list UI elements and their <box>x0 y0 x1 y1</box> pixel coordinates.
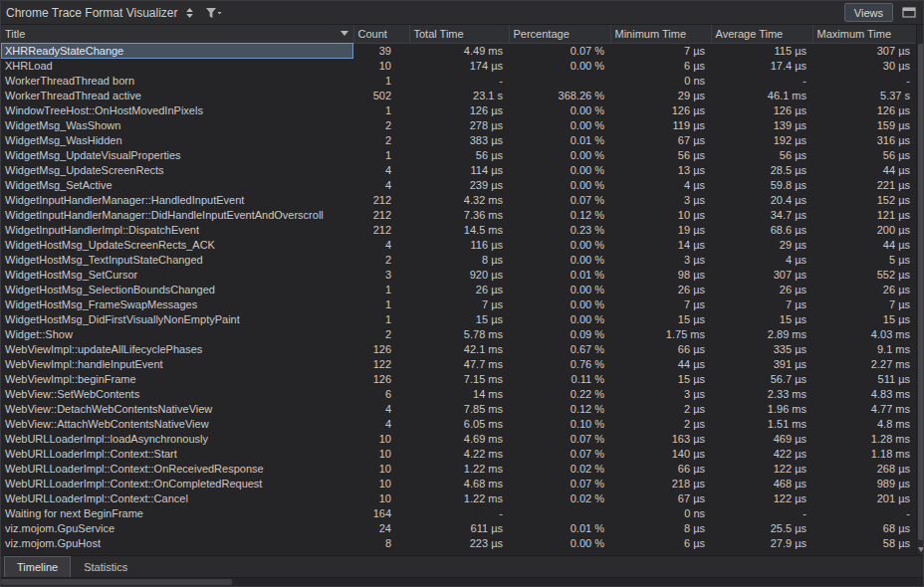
cell-average-time: 139 µs <box>711 118 812 133</box>
table-row[interactable]: XHRReadyStateChange394.49 ms0.07 %7 µs11… <box>1 43 916 59</box>
cell-average-time: 29 µs <box>711 238 812 253</box>
table-row[interactable]: WidgetHostMsg_FrameSwapMessages17 µs0.00… <box>1 297 916 312</box>
cell-minimum-time: 56 µs <box>610 148 711 163</box>
table-row[interactable]: WidgetMsg_UpdateVisualProperties156 µs0.… <box>1 148 916 163</box>
cell-count: 3 <box>353 268 409 283</box>
table-row[interactable]: WebViewImpl::handleInputEvent12247.7 ms0… <box>1 357 916 372</box>
vertical-scrollbar-thumb[interactable] <box>918 44 923 540</box>
views-button[interactable]: Views <box>844 3 893 22</box>
table-row[interactable]: viz.mojom.GpuHost8223 µs0.00 %6 µs27.9 µ… <box>1 536 916 551</box>
table-row[interactable]: viz.mojom.GpuService24611 µs0.01 %8 µs25… <box>1 521 916 536</box>
table-row[interactable]: WebURLLoaderImpl::Context::OnReceivedRes… <box>1 462 916 477</box>
cell-title: WebViewImpl::handleInputEvent <box>1 357 353 372</box>
cell-title: WidgetMsg_WasShown <box>1 118 353 133</box>
cell-title: WidgetHostMsg_FrameSwapMessages <box>1 297 353 312</box>
cell-maximum-time: 5.37 s <box>812 89 916 103</box>
trace-selector[interactable]: Chrome Trace Format Visualizer <box>6 6 196 20</box>
cell-maximum-time: 121 µs <box>812 208 916 223</box>
table-row[interactable]: WidgetMsg_UpdateScreenRects4114 µs0.00 %… <box>1 163 916 178</box>
column-header-percentage[interactable]: Percentage <box>509 25 610 43</box>
cell-maximum-time: 4.83 ms <box>812 387 916 402</box>
cell-average-time: 25.5 µs <box>711 521 812 536</box>
cell-count: 8 <box>353 536 409 551</box>
table-row[interactable]: Widget::Show25.78 ms0.09 %1.75 ms2.89 ms… <box>1 327 916 342</box>
scroll-down-icon[interactable] <box>918 547 923 552</box>
cell-average-time: 17.4 µs <box>711 59 812 74</box>
table-row[interactable]: WebViewImpl::beginFrame1267.15 ms0.11 %1… <box>1 372 916 387</box>
table-row[interactable]: WidgetHostMsg_DidFirstVisuallyNonEmptyPa… <box>1 312 916 327</box>
cell-count: 1 <box>353 74 409 89</box>
table-row[interactable]: WidgetInputHandlerManager::DidHandleInpu… <box>1 208 916 223</box>
cell-count: 4 <box>353 402 409 417</box>
column-header-minimum-time[interactable]: Minimum Time <box>610 25 711 43</box>
cell-minimum-time: 7 µs <box>610 297 711 312</box>
table-row[interactable]: WindowTreeHost::OnHostMovedInPixels1126 … <box>1 103 916 118</box>
toolbar: Chrome Trace Format Visualizer Views <box>1 1 923 25</box>
vertical-scrollbar[interactable] <box>916 25 923 555</box>
table-row[interactable]: Waiting for next BeginFrame164-0 ns-- <box>1 506 916 521</box>
column-header-title[interactable]: Title <box>1 25 353 43</box>
table-row[interactable]: WebView::DetachWebContentsNativeView47.8… <box>1 402 916 417</box>
table-row[interactable]: WebView::AttachWebContentsNativeView46.0… <box>1 417 916 432</box>
cell-percentage: 0.07 % <box>509 432 610 447</box>
table-row[interactable]: WebURLLoaderImpl::Context::OnCompletedRe… <box>1 477 916 491</box>
cell-maximum-time: 1.28 ms <box>812 432 916 447</box>
table-row[interactable]: WidgetHostMsg_TextInputStateChanged28 µs… <box>1 253 916 268</box>
column-header-average-time[interactable]: Average Time <box>711 25 812 43</box>
table-row[interactable]: WidgetInputHandlerImpl::DispatchEvent212… <box>1 223 916 238</box>
cell-title: XHRReadyStateChange <box>1 43 353 59</box>
cell-maximum-time: 56 µs <box>812 148 916 163</box>
tab-statistics[interactable]: Statistics <box>72 556 139 577</box>
cell-total-time: 611 µs <box>409 521 509 536</box>
horizontal-scrollbar[interactable] <box>1 577 923 586</box>
column-header-maximum-time[interactable]: Maximum Time <box>812 25 916 43</box>
cell-minimum-time: 66 µs <box>610 462 711 477</box>
cell-minimum-time: 3 µs <box>610 387 711 402</box>
cell-total-time: 47.7 ms <box>409 357 509 372</box>
cell-count: 4 <box>353 178 409 193</box>
filter-icon[interactable] <box>203 6 224 20</box>
table-row[interactable]: WidgetMsg_WasShown2278 µs0.00 %119 µs139… <box>1 118 916 133</box>
cell-minimum-time: 119 µs <box>610 118 711 133</box>
cell-average-time: 307 µs <box>711 268 812 283</box>
cell-percentage: 0.01 % <box>509 521 610 536</box>
column-header-count[interactable]: Count <box>353 25 409 43</box>
column-header-total-time[interactable]: Total Time <box>409 25 509 43</box>
up-down-arrows-icon[interactable] <box>183 6 196 20</box>
cell-percentage: 0.10 % <box>509 417 610 432</box>
table-header-row: Title Count Total Time Percentage Minimu… <box>1 25 916 43</box>
table-row[interactable]: WidgetHostMsg_SelectionBoundsChanged126 … <box>1 283 916 297</box>
cell-maximum-time: 44 µs <box>812 238 916 253</box>
table-row[interactable]: WidgetMsg_SetActive4239 µs0.00 %4 µs59.8… <box>1 178 916 193</box>
cell-count: 10 <box>353 462 409 477</box>
table-row[interactable]: WidgetInputHandlerManager::HandledInputE… <box>1 193 916 208</box>
table-row[interactable]: WorkerThreadThread born1-0 ns-- <box>1 74 916 89</box>
table-row[interactable]: WebViewImpl::updateAllLifecyclePhases126… <box>1 342 916 357</box>
cell-percentage: 0.00 % <box>509 178 610 193</box>
cell-percentage: 0.12 % <box>509 208 610 223</box>
cell-maximum-time: 30 µs <box>812 59 916 74</box>
table-row[interactable]: WebURLLoaderImpl::Context::Cancel101.22 … <box>1 491 916 506</box>
panel-icon[interactable] <box>900 6 918 19</box>
cell-average-time: 1.51 ms <box>711 417 812 432</box>
table-row[interactable]: WorkerThreadThread active50223.1 s368.26… <box>1 89 916 103</box>
table-row[interactable]: WebView::SetWebContents614 ms0.22 %3 µs2… <box>1 387 916 402</box>
table-row[interactable]: WidgetMsg_WasHidden2383 µs0.01 %67 µs192… <box>1 133 916 148</box>
cell-maximum-time: 58 µs <box>812 536 916 551</box>
cell-average-time: 422 µs <box>711 447 812 462</box>
tab-timeline[interactable]: Timeline <box>4 556 71 577</box>
cell-percentage: 368.26 % <box>509 89 610 103</box>
cell-total-time: 1.22 ms <box>409 462 509 477</box>
table-row[interactable]: WebURLLoaderImpl::Context::Start104.22 m… <box>1 447 916 462</box>
table-row[interactable]: WebURLLoaderImpl::loadAsynchronously104.… <box>1 432 916 447</box>
cell-percentage: 0.02 % <box>509 491 610 506</box>
cell-percentage: 0.00 % <box>509 59 610 74</box>
table-row[interactable]: XHRLoad10174 µs0.00 %6 µs17.4 µs30 µs <box>1 59 916 74</box>
cell-total-time: 56 µs <box>409 148 509 163</box>
cell-percentage <box>509 74 610 89</box>
cell-minimum-time: 29 µs <box>610 89 711 103</box>
cell-percentage: 0.09 % <box>509 327 610 342</box>
horizontal-scrollbar-thumb[interactable] <box>1 579 232 585</box>
table-row[interactable]: WidgetHostMsg_UpdateScreenRects_ACK4116 … <box>1 238 916 253</box>
table-row[interactable]: WidgetHostMsg_SetCursor3920 µs0.01 %98 µ… <box>1 268 916 283</box>
